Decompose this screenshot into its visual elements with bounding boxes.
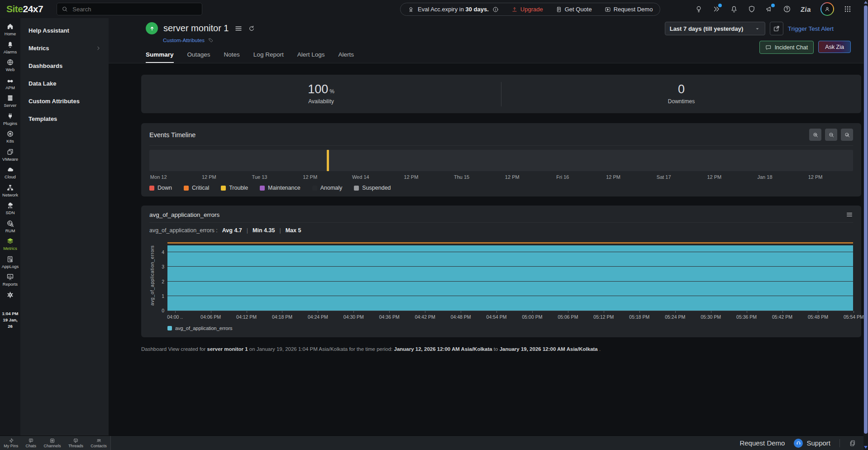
lightbulb-icon[interactable] <box>695 5 703 13</box>
request-demo-button[interactable]: Request Demo <box>605 6 653 13</box>
rail-item-server[interactable]: Server <box>0 94 20 108</box>
custom-attributes-link[interactable]: Custom-Attributes <box>163 38 205 43</box>
scrollbar-thumb[interactable] <box>864 5 868 434</box>
rail-item-plugins[interactable]: Plugins <box>0 112 20 126</box>
search-input[interactable] <box>72 5 197 13</box>
legend-suspended[interactable]: Suspended <box>354 185 391 191</box>
site24x7-logo[interactable]: Site24x7 <box>6 4 43 14</box>
x-tick: 04:06 PM <box>200 314 221 320</box>
get-quote-button[interactable]: Get Quote <box>556 6 592 13</box>
rail-item-applogs[interactable]: AppLogs <box>0 255 20 269</box>
tab-log-report[interactable]: Log Report <box>253 51 284 63</box>
legend-trouble[interactable]: Trouble <box>221 185 248 191</box>
rail-item-vmware[interactable]: VMware <box>0 148 20 162</box>
scroll-down-arrow[interactable] <box>864 446 868 449</box>
rail-item-label: Server <box>4 103 17 108</box>
legend-critical[interactable]: Critical <box>184 185 209 191</box>
notification-dot <box>718 4 722 7</box>
left-icon-rail: HomeAlarmsWebAPMServerPluginsK8sVMwareCl… <box>0 18 20 436</box>
rail-item-apm[interactable]: APM <box>0 77 20 90</box>
zoom-out-button[interactable] <box>825 129 837 141</box>
trigger-test-alert-link[interactable]: Trigger Test Alert <box>788 25 834 32</box>
sidebar-item-dashboards[interactable]: Dashboards <box>20 57 109 75</box>
legend-anomaly[interactable]: Anomaly <box>312 185 343 191</box>
zoom-in-button[interactable] <box>809 129 821 141</box>
page-scrollbar[interactable] <box>863 0 868 450</box>
events-timeline-title: Events Timeline <box>149 131 196 139</box>
trouble-event-marker[interactable] <box>327 150 329 171</box>
sidebar-item-help-assistant[interactable]: Help Assistant <box>20 22 109 39</box>
user-avatar[interactable] <box>820 2 834 16</box>
rail-item-sdn[interactable]: SDN <box>0 201 20 215</box>
help-icon[interactable] <box>783 5 791 13</box>
sidebar-item-custom-attributes[interactable]: Custom Attributes <box>20 92 109 110</box>
date-range-select[interactable]: Last 7 days (till yesterday) <box>665 22 765 35</box>
legend-down[interactable]: Down <box>149 185 172 191</box>
info-icon[interactable] <box>492 6 499 13</box>
dock-item-chats[interactable]: Chats <box>26 438 37 448</box>
gear-icon <box>6 291 14 299</box>
global-search[interactable] <box>57 3 202 15</box>
timeline-tick: 12 PM <box>606 174 620 180</box>
series-name: avg_of_application_errors : <box>149 227 218 234</box>
x-tick-mark <box>639 311 640 313</box>
rail-item-alarms[interactable]: Alarms <box>0 41 20 54</box>
test-alert-button[interactable] <box>770 22 783 35</box>
shield-icon[interactable] <box>748 5 756 13</box>
sidebar-item-metrics[interactable]: Metrics <box>20 39 109 57</box>
support-button[interactable]: Support <box>794 439 830 448</box>
rail-item-gear[interactable] <box>0 291 20 299</box>
events-timeline-plot[interactable] <box>149 150 853 171</box>
chart-menu-icon[interactable] <box>846 211 853 218</box>
announcements-icon[interactable] <box>765 5 773 13</box>
clipboard-icon[interactable] <box>849 440 856 447</box>
chevron-down-icon <box>754 26 760 32</box>
legend-maintenance[interactable]: Maintenance <box>260 185 300 191</box>
bottom-request-demo-link[interactable]: Request Demo <box>739 439 785 447</box>
rail-item-network[interactable]: Network <box>0 184 20 197</box>
apps-grid-icon[interactable] <box>844 5 852 13</box>
dock-item-contacts[interactable]: Contacts <box>91 438 107 448</box>
dock-item-threads[interactable]: Threads <box>68 438 83 448</box>
eval-account-pill: Eval Acc.expiry in 30 days. Upgrade Get … <box>400 3 660 16</box>
rail-item-reports[interactable]: Reports <box>0 273 20 287</box>
tab-outages[interactable]: Outages <box>187 51 210 63</box>
tab-notes[interactable]: Notes <box>224 51 240 63</box>
rail-item-k8s[interactable]: K8s <box>0 130 20 144</box>
rail-item-home[interactable]: Home <box>0 23 20 36</box>
upgrade-button[interactable]: Upgrade <box>511 6 543 13</box>
rum-icon <box>6 220 14 227</box>
tab-summary[interactable]: Summary <box>146 51 174 63</box>
area-chart-plot[interactable] <box>167 240 853 311</box>
apm-icon <box>6 77 14 84</box>
rail-item-metrics[interactable]: Metrics <box>0 237 20 251</box>
monitor-menu-icon[interactable] <box>234 24 243 33</box>
dock-item-my-pins[interactable]: My Pins <box>4 438 18 448</box>
scroll-up-arrow[interactable] <box>864 1 868 4</box>
rail-item-cloud[interactable]: Cloud <box>0 166 20 179</box>
area-series <box>167 245 853 311</box>
y-tick: 4 <box>162 249 164 255</box>
dock-item-channels[interactable]: Channels <box>43 438 61 448</box>
ask-zia-button[interactable]: Ask Zia <box>818 41 851 53</box>
sidebar-item-data-lake[interactable]: Data Lake <box>20 75 109 92</box>
sidebar-item-label: Custom Attributes <box>29 98 80 105</box>
sidebar-item-templates[interactable]: Templates <box>20 110 109 128</box>
zoom-reset-button[interactable] <box>841 129 853 141</box>
timeline-legend: DownCriticalTroubleMaintenanceAnomalySus… <box>149 185 853 191</box>
timeline-tick: Fri 16 <box>556 174 569 180</box>
incident-chat-button[interactable]: Incident Chat <box>759 41 814 54</box>
rail-item-web[interactable]: Web <box>0 58 20 72</box>
tab-alert-logs[interactable]: Alert Logs <box>297 51 325 63</box>
whats-new-icon[interactable] <box>712 5 720 13</box>
notifications-bell-icon[interactable] <box>730 5 738 13</box>
tab-alerts[interactable]: Alerts <box>338 51 354 63</box>
refresh-icon[interactable] <box>248 25 255 32</box>
zia-logo[interactable]: Zia <box>800 5 811 13</box>
x-tick-mark <box>568 311 568 313</box>
threads-icon <box>73 438 79 444</box>
chart-legend[interactable]: avg_of_application_errors <box>167 326 853 331</box>
x-tick: 05:24 PM <box>665 314 685 320</box>
x-tick: 05:00 PM <box>522 314 542 320</box>
rail-item-rum[interactable]: RUM <box>0 220 20 233</box>
